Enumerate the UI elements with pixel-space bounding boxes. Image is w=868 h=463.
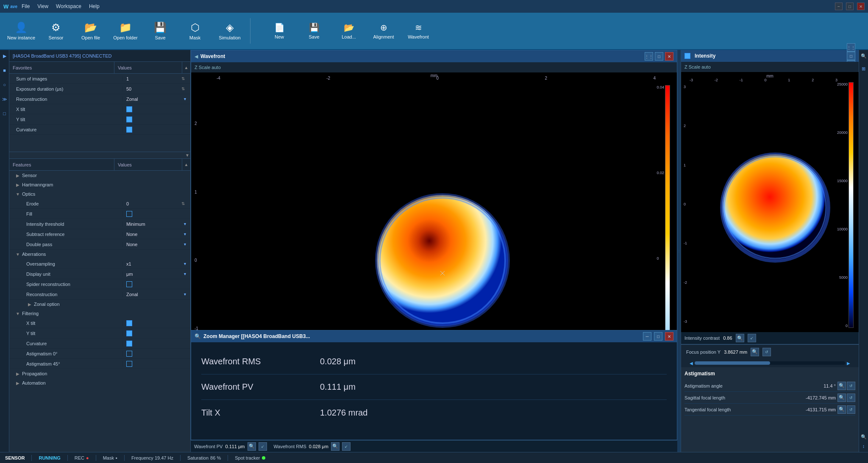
param-filter-xtilt-checkbox[interactable]: [126, 320, 132, 326]
favorites-scroll-down[interactable]: ▼: [185, 153, 189, 158]
param-ytilt-value[interactable]: [122, 116, 190, 122]
param-intensity-threshold-dropdown[interactable]: ▼: [183, 222, 187, 226]
param-spider-reconstruction-value[interactable]: [122, 281, 190, 287]
tree-optics[interactable]: ▼ Optics: [9, 189, 190, 199]
scrollbar-left-btn[interactable]: ◀: [690, 361, 693, 366]
left-nav-square[interactable]: □: [0, 109, 9, 118]
tree-hartmanngram[interactable]: ▶ Hartmanngram: [9, 180, 190, 189]
param-exposure-spin[interactable]: ⇅: [179, 86, 187, 91]
features-scroll-up[interactable]: ▲: [182, 159, 190, 170]
right-nav-search[interactable]: 🔍: [860, 52, 868, 60]
param-astig45-value[interactable]: [122, 361, 190, 367]
tree-aberrations[interactable]: ▼ Aberrations: [9, 250, 190, 259]
wf-rms-search[interactable]: 🔍: [331, 442, 339, 451]
close-button[interactable]: ✕: [857, 3, 865, 10]
param-ytilt-checkbox[interactable]: [126, 116, 132, 122]
scrollbar-track[interactable]: [695, 361, 845, 365]
intensity-action-btn[interactable]: ↙: [748, 334, 756, 342]
param-fill-checkbox[interactable]: [126, 211, 132, 217]
zoom-restore-btn[interactable]: □: [654, 332, 662, 341]
astig-tangential-search[interactable]: 🔍: [837, 405, 846, 414]
param-intensity-threshold-value[interactable]: Minimum ▼: [122, 222, 190, 227]
param-fill-value[interactable]: [122, 211, 190, 217]
tree-zonal-option[interactable]: ▶ Zonal option: [9, 299, 190, 309]
param-exposure-value[interactable]: 50 ⇅: [122, 86, 190, 91]
param-xtilt-value[interactable]: [122, 106, 190, 112]
param-astig0-value[interactable]: [122, 351, 190, 357]
tree-propagation[interactable]: ▶ Propagation: [9, 369, 190, 378]
new-right-button[interactable]: 📄 New: [262, 15, 296, 47]
param-reconstruction-aber-dropdown[interactable]: ▼: [183, 292, 187, 297]
astig-sagittal-action[interactable]: ↺: [847, 394, 855, 402]
resize-handle-center-right[interactable]: ⋮: [677, 50, 681, 452]
param-reconstruction-dropdown[interactable]: ▼: [183, 97, 187, 101]
wavefront-button[interactable]: ≋ Wavefront: [401, 15, 435, 47]
menu-file[interactable]: File: [22, 3, 30, 9]
wavefront-restore-btn[interactable]: □: [655, 52, 663, 61]
astig-angle-search[interactable]: 🔍: [837, 382, 846, 390]
param-filter-ytilt-checkbox[interactable]: [126, 330, 132, 336]
scrollbar-right-btn[interactable]: ▶: [847, 361, 850, 366]
menu-view[interactable]: View: [37, 3, 48, 9]
wf-pv-search[interactable]: 🔍: [248, 442, 256, 451]
param-reconstruction-value[interactable]: Zonal ▼: [122, 97, 190, 102]
load-button[interactable]: 📂 Load...: [332, 15, 366, 47]
param-erode-value[interactable]: 0 ⇅: [122, 201, 190, 206]
param-double-pass-value[interactable]: None ▼: [122, 242, 190, 247]
focus-action-btn[interactable]: ↺: [762, 348, 771, 356]
zoom-close-btn[interactable]: ✕: [665, 332, 673, 341]
wavefront-options-btn[interactable]: ⋮⋮: [645, 52, 653, 61]
param-erode-spin[interactable]: ⇅: [179, 201, 187, 206]
param-spider-reconstruction-checkbox[interactable]: [126, 281, 132, 287]
astig-angle-action[interactable]: ↺: [847, 382, 855, 390]
open-file-button[interactable]: 📂 Open file: [74, 15, 108, 47]
left-nav-arrow[interactable]: ≫: [0, 95, 9, 103]
left-nav-stop[interactable]: ■: [0, 66, 9, 75]
intensity-search-btn[interactable]: 🔍: [736, 334, 744, 342]
astig-sagittal-search[interactable]: 🔍: [837, 394, 846, 402]
param-xtilt-checkbox[interactable]: [126, 106, 132, 112]
open-folder-button[interactable]: 📁 Open folder: [108, 15, 142, 47]
param-filter-ytilt-value[interactable]: [122, 330, 190, 336]
param-display-unit-dropdown[interactable]: ▼: [183, 272, 187, 276]
scrollbar-thumb[interactable]: [695, 361, 770, 365]
save-right-button[interactable]: 💾 Save: [297, 15, 331, 47]
param-display-unit-value[interactable]: μm ▼: [122, 272, 190, 277]
right-nav-bottom1[interactable]: 🔍: [860, 433, 868, 441]
left-nav-circle[interactable]: ○: [0, 80, 9, 89]
save-button[interactable]: 💾 Save: [143, 15, 177, 47]
param-filter-curvature-value[interactable]: [122, 341, 190, 347]
right-nav-bottom2[interactable]: ↕: [860, 442, 868, 450]
intensity-canvas[interactable]: mm -3-2-10123 3210-1-2-3: [681, 72, 859, 332]
astig-tangential-action[interactable]: ↺: [847, 405, 855, 414]
left-nav-play[interactable]: ▶: [0, 52, 9, 60]
param-curvature-checkbox[interactable]: [126, 127, 132, 133]
intensity-restore-btn[interactable]: □: [847, 52, 855, 60]
minimize-button[interactable]: −: [835, 3, 843, 10]
param-oversampling-dropdown[interactable]: ▼: [183, 262, 187, 266]
tree-automation[interactable]: ▶ Automation: [9, 378, 190, 388]
simulation-button[interactable]: ◈ Simulation: [213, 15, 247, 47]
param-subtract-reference-dropdown[interactable]: ▼: [183, 232, 187, 236]
param-reconstruction-aber-value[interactable]: Zonal ▼: [122, 292, 190, 297]
sensor-button[interactable]: ⚙ Sensor: [39, 15, 73, 47]
maximize-button[interactable]: □: [846, 3, 854, 10]
intensity-checkbox[interactable]: [684, 53, 690, 59]
param-filter-curvature-checkbox[interactable]: [126, 341, 132, 347]
param-double-pass-dropdown[interactable]: ▼: [183, 242, 187, 247]
param-filter-xtilt-value[interactable]: [122, 320, 190, 326]
param-astig45-checkbox[interactable]: [126, 361, 132, 367]
menu-help[interactable]: Help: [89, 3, 100, 9]
alignment-button[interactable]: ⊕ Alignment: [367, 15, 401, 47]
wf-pv-action[interactable]: ↙: [259, 442, 267, 451]
right-nav-expand[interactable]: ⊞: [860, 64, 868, 73]
wavefront-close-btn[interactable]: ✕: [665, 52, 673, 61]
param-subtract-reference-value[interactable]: None ▼: [122, 232, 190, 237]
tree-filtering[interactable]: ▼ Filtering: [9, 309, 190, 318]
param-astig0-checkbox[interactable]: [126, 351, 132, 357]
wf-rms-action[interactable]: ↙: [342, 442, 351, 451]
param-oversampling-value[interactable]: x1 ▼: [122, 261, 190, 266]
param-curvature-value[interactable]: [122, 127, 190, 133]
tree-sensor[interactable]: ▶ Sensor: [9, 171, 190, 180]
zoom-minimize-btn[interactable]: ─: [643, 332, 651, 341]
